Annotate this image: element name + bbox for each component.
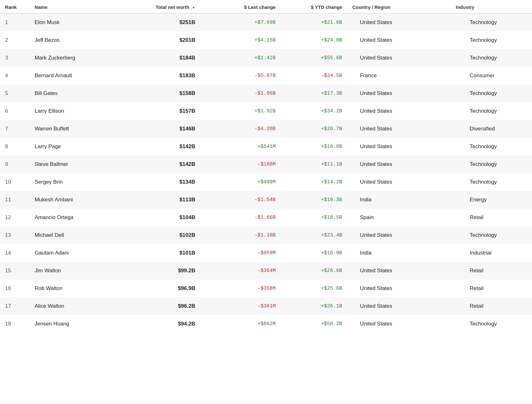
table-row[interactable]: 18 Jensen Huang $94.2B +$862M +$50.2B Un…: [0, 315, 532, 333]
cell-industry: Technology: [451, 155, 532, 173]
cell-rank: 10: [0, 173, 29, 191]
cell-worth: $134B: [133, 173, 214, 191]
cell-industry: Diversified: [451, 120, 532, 138]
cell-worth: $94.2B: [133, 315, 214, 333]
cell-last-change: +$1.42B: [214, 49, 281, 67]
table-row[interactable]: 10 Sergey Brin $134B +$499M +$14.2B Unit…: [0, 173, 532, 191]
table-row[interactable]: 16 Rob Walton $96.9B -$358M +$25.6B Unit…: [0, 280, 532, 297]
cell-name: Larry Ellison: [29, 102, 133, 120]
table-row[interactable]: 7 Warren Buffett $146B -$4.20B +$26.7B U…: [0, 120, 532, 138]
cell-industry: Technology: [451, 13, 532, 31]
cell-name: Mukesh Ambani: [29, 191, 133, 209]
table-row[interactable]: 3 Mark Zuckerberg $184B +$1.42B +$55.6B …: [0, 49, 532, 67]
cell-country: United States: [347, 120, 451, 138]
cell-last-change: -$188M: [214, 155, 281, 173]
cell-rank: 7: [0, 120, 29, 138]
cell-worth: $96.2B: [133, 297, 214, 315]
cell-name: Warren Buffett: [29, 120, 133, 138]
cell-worth: $101B: [133, 244, 214, 262]
cell-country: United States: [347, 173, 451, 191]
cell-industry: Energy: [451, 191, 532, 209]
cell-country: United States: [347, 226, 451, 244]
cell-industry: Industrial: [451, 244, 532, 262]
cell-last-change: -$4.20B: [214, 120, 281, 138]
cell-country: United States: [347, 85, 451, 102]
cell-ytd-change: +$16.0B: [281, 138, 347, 155]
header-industry[interactable]: Industry: [451, 0, 532, 13]
cell-name: Jeff Bezos: [29, 31, 133, 49]
header-ytd-change[interactable]: $ YTD change: [281, 0, 347, 13]
cell-rank: 5: [0, 85, 29, 102]
table-row[interactable]: 2 Jeff Bezos $201B +$4.15B +$24.0B Unite…: [0, 31, 532, 49]
header-name[interactable]: Name: [29, 0, 133, 13]
billionaires-table: Rank Name Total net worth ▼ $ Last chang…: [0, 0, 532, 333]
header-worth[interactable]: Total net worth ▼: [133, 0, 214, 13]
cell-ytd-change: +$50.2B: [281, 315, 347, 333]
cell-ytd-change: +$55.6B: [281, 49, 347, 67]
table-row[interactable]: 5 Bill Gates $158B -$1.06B +$17.3B Unite…: [0, 85, 532, 102]
cell-last-change: -$1.06B: [214, 85, 281, 102]
cell-country: United States: [347, 155, 451, 173]
cell-worth: $157B: [133, 102, 214, 120]
table-row[interactable]: 11 Mukesh Ambani $113B -$1.54B +$16.3B I…: [0, 191, 532, 209]
table-row[interactable]: 8 Larry Page $142B +$541M +$16.0B United…: [0, 138, 532, 155]
table-row[interactable]: 14 Gautam Adani $101B -$959M +$16.9B Ind…: [0, 244, 532, 262]
cell-last-change: -$5.87B: [214, 67, 281, 85]
cell-name: Jensen Huang: [29, 315, 133, 333]
cell-country: United States: [347, 262, 451, 280]
cell-rank: 8: [0, 138, 29, 155]
cell-worth: $104B: [133, 209, 214, 226]
cell-industry: Retail: [451, 280, 532, 297]
cell-rank: 1: [0, 13, 29, 31]
cell-industry: Consumer: [451, 67, 532, 85]
cell-rank: 14: [0, 244, 29, 262]
cell-country: United States: [347, 297, 451, 315]
table-row[interactable]: 9 Steve Ballmer $142B -$188M +$11.1B Uni…: [0, 155, 532, 173]
cell-name: Michael Dell: [29, 226, 133, 244]
cell-country: United States: [347, 13, 451, 31]
cell-name: Elon Musk: [29, 13, 133, 31]
cell-country: United States: [347, 102, 451, 120]
billionaires-table-container: Rank Name Total net worth ▼ $ Last chang…: [0, 0, 532, 404]
table-row[interactable]: 13 Michael Dell $102B -$1.10B +$23.4B Un…: [0, 226, 532, 244]
cell-name: Rob Walton: [29, 280, 133, 297]
table-row[interactable]: 4 Bernard Arnault $183B -$5.87B -$24.5B …: [0, 67, 532, 85]
cell-worth: $102B: [133, 226, 214, 244]
table-row[interactable]: 15 Jim Walton $99.2B -$364M +$26.6B Unit…: [0, 262, 532, 280]
cell-worth: $113B: [133, 191, 214, 209]
header-country[interactable]: Country / Region: [347, 0, 451, 13]
cell-worth: $146B: [133, 120, 214, 138]
cell-last-change: +$7.69B: [214, 13, 281, 31]
cell-name: Bernard Arnault: [29, 67, 133, 85]
cell-ytd-change: +$14.2B: [281, 173, 347, 191]
cell-name: Steve Ballmer: [29, 155, 133, 173]
cell-worth: $251B: [133, 13, 214, 31]
header-last-change[interactable]: $ Last change: [214, 0, 281, 13]
cell-last-change: +$499M: [214, 173, 281, 191]
cell-ytd-change: +$23.4B: [281, 226, 347, 244]
cell-rank: 15: [0, 262, 29, 280]
cell-rank: 17: [0, 297, 29, 315]
cell-name: Bill Gates: [29, 85, 133, 102]
cell-last-change: +$541M: [214, 138, 281, 155]
header-rank[interactable]: Rank: [0, 0, 29, 13]
cell-name: Amancio Ortega: [29, 209, 133, 226]
cell-rank: 12: [0, 209, 29, 226]
cell-country: India: [347, 191, 451, 209]
cell-last-change: +$4.15B: [214, 31, 281, 49]
table-row[interactable]: 12 Amancio Ortega $104B -$1.66B +$16.5B …: [0, 209, 532, 226]
cell-industry: Technology: [451, 102, 532, 120]
cell-last-change: -$364M: [214, 262, 281, 280]
cell-last-change: +$862M: [214, 315, 281, 333]
cell-country: United States: [347, 138, 451, 155]
cell-last-change: -$1.10B: [214, 226, 281, 244]
cell-ytd-change: +$26.1B: [281, 297, 347, 315]
cell-worth: $99.2B: [133, 262, 214, 280]
table-row[interactable]: 6 Larry Ellison $157B +$1.92B +$34.2B Un…: [0, 102, 532, 120]
table-row[interactable]: 1 Elon Musk $251B +$7.69B +$21.6B United…: [0, 13, 532, 31]
cell-rank: 6: [0, 102, 29, 120]
cell-name: Alice Walton: [29, 297, 133, 315]
cell-industry: Retail: [451, 297, 532, 315]
cell-industry: Technology: [451, 85, 532, 102]
table-row[interactable]: 17 Alice Walton $96.2B -$361M +$26.1B Un…: [0, 297, 532, 315]
